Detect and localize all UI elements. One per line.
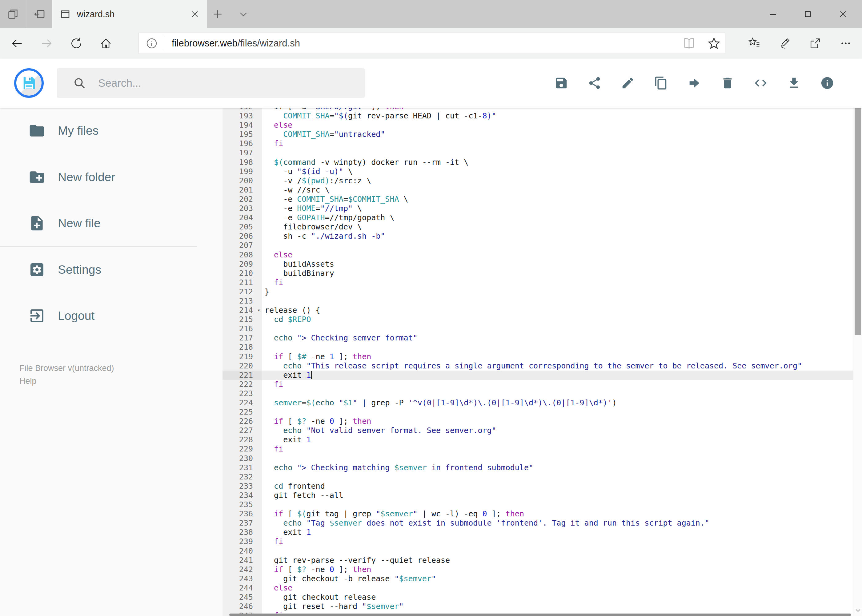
code-line-233[interactable]: 233 cd frontend <box>222 482 853 491</box>
home-button[interactable] <box>99 36 113 50</box>
code-line-226[interactable]: 226 if [ $? -ne 0 ]; then <box>222 417 853 426</box>
download-icon[interactable] <box>787 76 801 90</box>
code-line-218[interactable]: 218 <box>222 343 853 352</box>
code-line-243[interactable]: 243 git checkout -b release "$semver" <box>222 574 853 583</box>
code-line-234[interactable]: 234 git fetch --all <box>222 491 853 500</box>
raw-code-icon[interactable] <box>754 76 768 90</box>
sidebar-item-logout[interactable]: Logout <box>0 293 222 339</box>
sidebar-item-my-files[interactable]: My files <box>0 108 222 154</box>
rename-icon[interactable] <box>621 76 635 90</box>
code-line-215[interactable]: 215 cd $REPO <box>222 315 853 324</box>
sidebar-item-new-file[interactable]: New file <box>0 200 222 246</box>
favorites-hub-button[interactable] <box>747 36 761 50</box>
delete-icon[interactable] <box>720 76 734 90</box>
code-line-200[interactable]: 200 -v /$(pwd):/src:z \ <box>222 176 853 185</box>
sidebar-item-settings[interactable]: Settings <box>0 247 222 293</box>
code-line-225[interactable]: 225 <box>222 407 853 417</box>
code-line-240[interactable]: 240 <box>222 547 853 556</box>
code-line-231[interactable]: 231 echo "> Checking matching $semver in… <box>222 463 853 472</box>
sidebar-item-new-folder[interactable]: New folder <box>0 154 222 200</box>
share-button[interactable] <box>808 36 822 50</box>
move-icon[interactable] <box>687 76 701 90</box>
code-line-193[interactable]: 193 COMMIT_SHA="$(git rev-parse HEAD | c… <box>222 112 853 121</box>
favorite-star-icon[interactable] <box>707 36 721 50</box>
code-line-224[interactable]: 224 semver=$(echo "$1" | grep -P '^v(0|[… <box>222 398 853 407</box>
code-line-228[interactable]: 228 exit 1 <box>222 435 853 445</box>
code-line-244[interactable]: 244 else <box>222 583 853 592</box>
code-line-195[interactable]: 195 COMMIT_SHA="untracked" <box>222 130 853 139</box>
code-line-216[interactable]: 216 <box>222 324 853 333</box>
filebrowser-logo[interactable] <box>14 68 44 98</box>
code-line-229[interactable]: 229 fi <box>222 445 853 454</box>
copy-icon[interactable] <box>654 76 668 90</box>
code-line-201[interactable]: 201 -w //src \ <box>222 185 853 195</box>
code-line-236[interactable]: 236 if [ $(git tag | grep "$semver" | wc… <box>222 509 853 519</box>
back-button[interactable] <box>10 36 24 50</box>
vertical-scroll-thumb[interactable] <box>855 69 861 335</box>
tab-list-chevron[interactable] <box>233 0 254 28</box>
code-line-238[interactable]: 238 exit 1 <box>222 528 853 537</box>
code-line-213[interactable]: 213 <box>222 297 853 306</box>
tab-wizard-sh[interactable]: wizard.sh <box>52 0 207 28</box>
code-line-210[interactable]: 210 buildBinary <box>222 269 853 278</box>
code-line-222[interactable]: 222 fi <box>222 380 853 389</box>
code-line-206[interactable]: 206 sh -c "./wizard.sh -b" <box>222 232 853 241</box>
code-line-217[interactable]: 217 echo "> Checking semver format" <box>222 333 853 343</box>
code-line-207[interactable]: 207 <box>222 241 853 250</box>
window-minimize-button[interactable] <box>755 0 790 28</box>
code-line-192[interactable]: 192 if [ -d "$REPO/.git" ]; then <box>222 108 853 112</box>
code-line-205[interactable]: 205 filebrowser/dev \ <box>222 222 853 232</box>
refresh-button[interactable] <box>69 36 83 50</box>
code-line-227[interactable]: 227 echo "Not valid semver format. See s… <box>222 426 853 435</box>
share-icon[interactable] <box>588 76 602 90</box>
code-line-223[interactable]: 223 <box>222 389 853 398</box>
window-close-button[interactable] <box>826 0 860 28</box>
code-line-197[interactable]: 197 <box>222 148 853 157</box>
code-line-214[interactable]: 214▾release () { <box>222 306 853 315</box>
forward-button[interactable] <box>40 36 54 50</box>
info-icon[interactable] <box>820 76 834 90</box>
code-line-235[interactable]: 235 <box>222 500 853 509</box>
help-link[interactable]: Help <box>19 375 114 388</box>
code-line-209[interactable]: 209 buildAssets <box>222 259 853 269</box>
code-line-245[interactable]: 245 git checkout release <box>222 592 853 602</box>
save-icon[interactable] <box>554 76 569 90</box>
code-line-198[interactable]: 198 $(command -v winpty) docker run --rm… <box>222 158 853 167</box>
address-bar[interactable]: filebrowser.web/files/wizard.sh <box>139 33 725 54</box>
code-line-202[interactable]: 202 -e COMMIT_SHA=$COMMIT_SHA \ <box>222 195 853 204</box>
code-line-194[interactable]: 194 else <box>222 121 853 130</box>
scroll-down-arrow[interactable] <box>855 607 861 614</box>
code-line-199[interactable]: 199 -u "$(id -u)" \ <box>222 167 853 176</box>
code-line-239[interactable]: 239 fi <box>222 537 853 546</box>
code-line-219[interactable]: 219 if [ $# -ne 1 ]; then <box>222 352 853 361</box>
code-line-content: -e GOPATH=//tmp/gopath \ <box>262 213 853 222</box>
search-input[interactable] <box>98 77 350 89</box>
search-bar[interactable] <box>57 68 365 98</box>
code-line-203[interactable]: 203 -e HOME="//tmp" \ <box>222 204 853 213</box>
code-line-208[interactable]: 208 else <box>222 250 853 259</box>
tab-close-icon[interactable] <box>191 10 199 18</box>
code-line-241[interactable]: 241 git rev-parse --verify --quiet relea… <box>222 556 853 565</box>
code-line-212[interactable]: 212} <box>222 287 853 297</box>
code-line-221[interactable]: 221 exit 1 <box>222 371 853 380</box>
code-line-211[interactable]: 211 fi <box>222 278 853 287</box>
fold-marker-icon[interactable]: ▾ <box>257 306 260 315</box>
vertical-scrollbar[interactable] <box>853 58 862 616</box>
tab-preview-button[interactable] <box>0 0 26 28</box>
code-line-220[interactable]: 220 echo "This release script requires a… <box>222 361 853 371</box>
window-maximize-button[interactable] <box>791 0 825 28</box>
code-editor[interactable]: 192 if [ -d "$REPO/.git" ]; then193 COMM… <box>222 108 853 616</box>
code-line-196[interactable]: 196 fi <box>222 139 853 148</box>
horizontal-scroll-thumb[interactable] <box>229 614 851 616</box>
web-note-button[interactable] <box>778 36 791 50</box>
site-info-icon[interactable] <box>145 37 158 50</box>
set-tabs-aside-button[interactable] <box>27 0 53 28</box>
code-line-204[interactable]: 204 -e GOPATH=//tmp/gopath \ <box>222 213 853 222</box>
code-line-232[interactable]: 232 <box>222 472 853 482</box>
new-tab-button[interactable] <box>207 0 229 28</box>
code-line-246[interactable]: 246 git reset --hard "$semver" <box>222 602 853 611</box>
code-line-230[interactable]: 230 <box>222 454 853 463</box>
code-line-242[interactable]: 242 if [ $? -ne 0 ]; then <box>222 565 853 574</box>
more-options-button[interactable] <box>839 36 853 50</box>
code-line-237[interactable]: 237 echo "Tag $semver does not exist in … <box>222 519 853 528</box>
